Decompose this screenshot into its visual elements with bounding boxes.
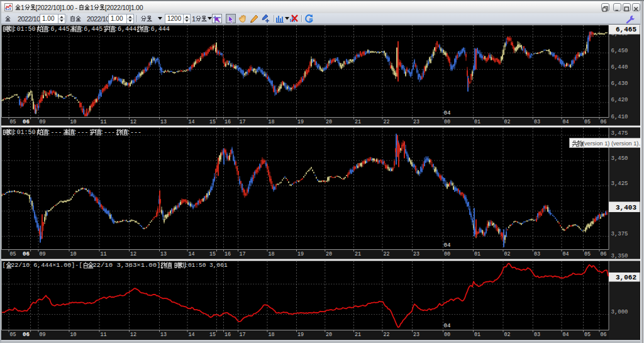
svg-text::---: :--- (47, 129, 62, 136)
svg-text:00: 00 (444, 251, 450, 257)
svg-text::---: :--- (74, 129, 89, 136)
svg-text:02: 02 (504, 251, 511, 257)
svg-text:13: 13 (160, 251, 167, 257)
svg-text:11: 11 (101, 119, 107, 125)
svg-text:R: R (309, 17, 313, 23)
svg-text:6,450: 6,450 (611, 47, 628, 54)
svg-text:15: 15 (209, 119, 216, 125)
svg-text:16: 16 (225, 119, 231, 125)
svg-text:05: 05 (584, 119, 591, 125)
svg-text:3,062: 3,062 (616, 274, 636, 281)
svg-text:16: 16 (225, 251, 231, 257)
svg-text:19: 19 (297, 251, 304, 257)
svg-text:05: 05 (584, 332, 591, 338)
svg-text:14: 14 (189, 119, 195, 125)
svg-text:03: 03 (534, 119, 540, 125)
svg-text:15: 15 (209, 332, 216, 338)
svg-text::6,444: :6,444 (147, 26, 170, 33)
svg-text:17: 17 (240, 119, 246, 125)
svg-text:18: 18 (269, 119, 275, 125)
svg-text:3,350: 3,350 (611, 252, 628, 259)
svg-text:14: 14 (189, 332, 195, 338)
svg-text:10: 10 (70, 251, 77, 257)
svg-text:04: 04 (444, 110, 451, 116)
svg-text:3,450: 3,450 (611, 155, 628, 162)
svg-text:23: 23 (413, 332, 419, 338)
svg-text:11: 11 (101, 332, 107, 338)
svg-text:22: 22 (384, 119, 390, 125)
svg-text:13: 13 (160, 332, 167, 338)
svg-text:23: 23 (413, 119, 419, 125)
svg-text:03: 03 (534, 332, 540, 338)
svg-text:00: 00 (444, 119, 450, 125)
svg-text:04: 04 (444, 242, 451, 249)
svg-text:[: [ (3, 262, 6, 269)
svg-text:01: 01 (474, 119, 480, 125)
svg-text::6,444: :6,444 (114, 26, 136, 33)
svg-text:3,425: 3,425 (611, 180, 628, 187)
svg-text:10: 10 (70, 332, 77, 338)
svg-text:12: 12 (130, 119, 136, 125)
svg-text:15: 15 (209, 251, 216, 257)
svg-text::6,445: :6,445 (80, 26, 103, 33)
svg-text:19: 19 (297, 119, 304, 125)
svg-text:20: 20 (326, 119, 332, 125)
svg-text:22/10 3,383×1.00]: 22/10 3,383×1.00] (92, 262, 160, 269)
svg-text:18: 18 (269, 332, 275, 338)
svg-text:00: 00 (444, 332, 450, 338)
svg-text:3,375: 3,375 (611, 230, 628, 237)
svg-text:6,410: 6,410 (611, 113, 628, 120)
svg-text:13: 13 (160, 119, 167, 125)
svg-text:21: 21 (355, 332, 361, 338)
svg-text:05: 05 (10, 332, 16, 338)
svg-text:04: 04 (563, 251, 569, 257)
svg-text:06: 06 (23, 332, 30, 338)
svg-text:12: 12 (130, 332, 136, 338)
svg-text:12: 12 (130, 251, 136, 257)
svg-text:3,000: 3,000 (611, 308, 628, 315)
svg-text:22: 22 (384, 332, 390, 338)
svg-text:6,420: 6,420 (611, 96, 628, 103)
svg-text:6,440: 6,440 (611, 64, 628, 70)
svg-text:09: 09 (40, 332, 46, 338)
svg-text:04: 04 (444, 323, 451, 329)
svg-text:10: 10 (70, 119, 77, 125)
svg-text:23: 23 (413, 251, 419, 257)
svg-text::01:50: :01:50 (13, 129, 36, 136)
svg-text:14: 14 (189, 251, 195, 257)
svg-text:6,430: 6,430 (611, 80, 628, 87)
svg-text:09: 09 (40, 251, 46, 257)
svg-text:09: 09 (40, 119, 46, 125)
svg-text:02: 02 (504, 119, 511, 125)
svg-text::01:50: :01:50 (13, 26, 36, 33)
svg-text:03: 03 (534, 251, 540, 257)
svg-text:02: 02 (504, 332, 511, 338)
svg-text:06: 06 (23, 251, 30, 257)
svg-text::6,445: :6,445 (47, 26, 70, 33)
svg-text:06: 06 (601, 251, 607, 257)
svg-text:(version 1) (version 1).x: (version 1) (version 1).x (582, 140, 643, 147)
svg-text:6,465: 6,465 (616, 26, 636, 33)
svg-text:06: 06 (601, 119, 607, 125)
svg-text:17: 17 (240, 332, 246, 338)
svg-text:06: 06 (23, 119, 30, 125)
svg-text:01: 01 (474, 332, 480, 338)
svg-text:01: 01 (474, 251, 480, 257)
svg-text:3,403: 3,403 (616, 204, 636, 211)
svg-text::01:50 3,061: :01:50 3,061 (184, 262, 228, 269)
svg-text::---: :--- (126, 129, 142, 136)
svg-text:19: 19 (297, 332, 304, 338)
svg-text:05: 05 (10, 119, 16, 125)
svg-text:21: 21 (355, 119, 361, 125)
svg-text:06: 06 (601, 332, 607, 338)
svg-text:05: 05 (10, 251, 16, 257)
svg-text:17: 17 (240, 251, 246, 257)
svg-text:18: 18 (269, 251, 275, 257)
svg-text:22/10 6,444×1.00]-[: 22/10 6,444×1.00]-[ (11, 262, 82, 269)
svg-text:20: 20 (326, 332, 332, 338)
svg-text:22: 22 (384, 251, 390, 257)
svg-text:3,475: 3,475 (611, 130, 628, 137)
svg-text:11: 11 (101, 251, 107, 257)
svg-text:21: 21 (355, 251, 361, 257)
svg-text::---: :--- (100, 129, 115, 136)
